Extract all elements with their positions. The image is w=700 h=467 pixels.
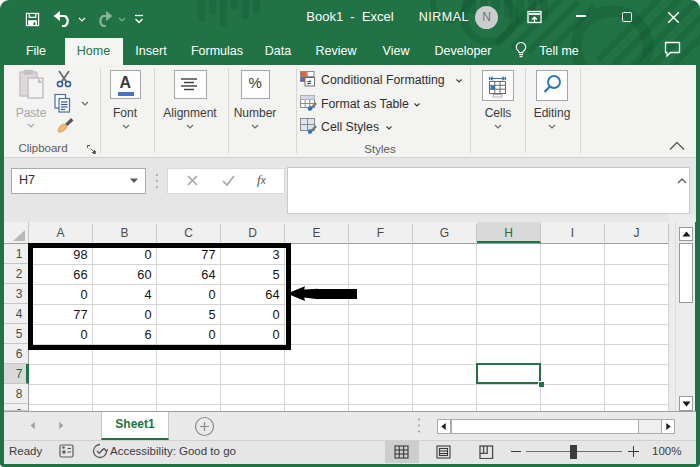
svg-text:≠: ≠ [307,77,312,87]
